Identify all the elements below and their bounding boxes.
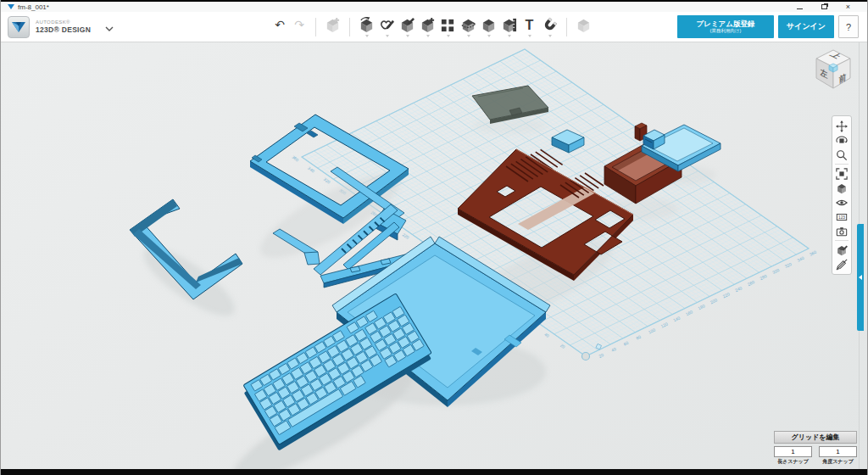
panel-collapse-handle[interactable] [857,224,864,331]
angle-snap-label: 角度スナップ [819,458,857,466]
123d-logo-icon [8,16,30,38]
brand-autodesk: AUTODESK® [36,20,91,25]
length-snap-input[interactable] [774,446,812,457]
grid-panel: グリッドを編集 長さスナップ 角度スナップ [774,428,857,467]
svg-text:120: 120 [659,321,668,328]
fit-view-icon[interactable] [832,166,851,181]
visibility-icon[interactable] [832,195,851,210]
view-tools-rail: 123 [832,115,852,275]
svg-text:200: 200 [709,297,718,305]
grid-origin-handle[interactable] [582,353,590,360]
svg-text:220: 220 [402,232,410,240]
svg-text:220: 220 [722,291,731,299]
svg-text:20: 20 [559,343,566,349]
material-icon[interactable] [832,243,851,257]
viewcube-corner-marker [829,64,837,72]
signin-button[interactable]: サインイン [778,15,834,38]
brand-block[interactable]: AUTODESK® 123D® DESIGN [1,16,128,38]
svg-text:320: 320 [784,261,793,269]
zoom-icon[interactable] [832,148,851,162]
tool-icons: ↶ ↷ [270,16,593,37]
viewport-canvas[interactable]: 3603603403403203203003002802802602602402… [1,42,867,469]
svg-text:123: 123 [838,215,845,220]
hide-parts-icon[interactable] [832,257,851,271]
construct-icon[interactable] [398,16,417,37]
svg-text:340: 340 [796,255,804,263]
svg-text:40: 40 [543,332,550,338]
maximize-icon[interactable] [821,4,827,9]
svg-text:260: 260 [747,279,755,287]
angle-snap-input[interactable] [819,446,857,457]
premium-button[interactable]: プレミアム版登録 (業務利用向け) [677,15,774,38]
view-style-icon[interactable] [832,181,851,195]
window-title: fm-8_001* [18,3,49,11]
svg-text:280: 280 [759,273,767,281]
titlebar: fm-8_001* × [1,2,867,12]
viewport: 3603603403403203203003002802802602602402… [1,42,867,469]
toolbar-separator [349,18,350,36]
redo-icon[interactable]: ↷ [290,16,309,33]
svg-text:300: 300 [771,267,780,275]
sketch-icon[interactable] [377,16,397,37]
modify-icon[interactable] [418,16,437,37]
svg-text:40: 40 [610,346,617,353]
text-icon[interactable]: T [520,16,539,37]
help-button[interactable]: ? [838,15,859,38]
svg-text:160: 160 [685,309,693,316]
svg-text:80: 80 [635,334,642,341]
brand-product: 123D® DESIGN [36,26,91,34]
svg-text:T: T [526,17,534,32]
app-window: fm-8_001* × AUTODESK® 123D® DESIGN [0,0,868,475]
svg-text:100: 100 [648,327,656,334]
account-area: プレミアム版登録 (業務利用向け) サインイン ? [677,15,867,38]
screenshot-icon[interactable] [832,224,851,238]
arrow-left-icon [859,275,862,280]
svg-text:340: 340 [307,165,315,174]
toolbar-separator [315,18,316,36]
close-icon[interactable]: × [846,3,850,11]
svg-text:360: 360 [809,249,817,257]
main-toolbar: AUTODESK® 123D® DESIGN ↶ ↷ [1,12,867,42]
pattern-icon[interactable] [438,16,458,37]
measure-icon[interactable] [499,16,519,37]
rail-separator [835,240,849,241]
svg-text:240: 240 [734,285,743,293]
orbit-icon[interactable] [832,133,851,148]
view-cube[interactable]: 上 左 前 [811,48,855,92]
grouping-icon[interactable] [459,16,478,37]
minimize-icon[interactable] [797,8,803,9]
snap-icon[interactable] [540,16,559,37]
length-snap-label: 長さスナップ [774,458,812,466]
svg-text:360: 360 [291,154,299,163]
svg-text:320: 320 [323,176,331,185]
app-logo-icon [8,4,14,9]
transform-icon[interactable] [323,16,342,33]
3d-print-icon[interactable] [574,16,593,33]
toolbar-separator [566,18,567,36]
chevron-down-icon[interactable] [105,20,114,35]
combine-icon[interactable] [479,16,498,37]
window-controls: × [797,3,860,11]
primitives-icon[interactable] [357,16,376,37]
edit-grid-button[interactable]: グリッドを編集 [774,431,857,444]
rail-separator [835,164,849,165]
dimension-icon[interactable]: 123 [832,210,851,224]
svg-text:180: 180 [697,303,705,310]
svg-text:60: 60 [623,340,630,347]
svg-text:140: 140 [672,315,681,322]
pan-icon[interactable] [832,119,851,133]
bottom-window-edge [1,469,867,475]
undo-icon[interactable]: ↶ [270,16,289,33]
svg-text:20: 20 [598,352,604,359]
